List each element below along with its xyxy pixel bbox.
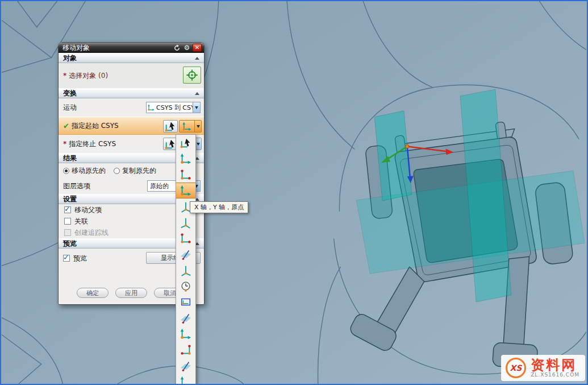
csys-option[interactable] (176, 342, 195, 358)
preview-label[interactable]: 预览 (73, 254, 87, 263)
layer-option-label: 图层选项 (63, 181, 90, 191)
section-header-object[interactable]: 对象 (59, 53, 204, 63)
csys-option[interactable] (176, 310, 195, 326)
start-csys-dialog-button[interactable] (163, 120, 178, 133)
collapse-chevron-icon (195, 92, 199, 95)
motion-label: 运动 (63, 103, 77, 113)
csys-option[interactable] (176, 326, 195, 342)
reset-button[interactable] (172, 44, 181, 52)
csys-option[interactable] (176, 246, 195, 262)
move-parent-label[interactable]: 移动父项 (74, 205, 102, 215)
associative-checkbox[interactable] (64, 218, 71, 225)
associative-label[interactable]: 关联 (74, 217, 88, 226)
csys-option[interactable] (176, 262, 195, 278)
radio-move-label[interactable]: 移动原先的 (72, 166, 106, 176)
csys-cursor-icon (164, 120, 177, 133)
close-button[interactable]: ✕ (193, 44, 202, 52)
radio-copy-original[interactable] (114, 168, 120, 174)
select-object-row: * 选择对象 (0) (59, 63, 204, 88)
csys-option-icon (180, 328, 192, 340)
specify-end-label: 指定终止 CSYS (69, 139, 116, 149)
csys-option-icon (180, 280, 192, 292)
collapse-chevron-icon (195, 57, 199, 60)
dialog-title: 移动对象 (62, 43, 171, 53)
motion-dropdown-arrow[interactable] (193, 102, 200, 113)
csys-method-flyout (176, 134, 196, 385)
preview-checkbox[interactable] (63, 255, 70, 262)
csys-method-icon (182, 121, 192, 131)
application-window: 移动对象 ⚙ ✕ 对象 * 选择对象 (0) 变换 (0, 0, 588, 385)
csys-option[interactable] (176, 167, 195, 183)
csys-option-icon (180, 296, 192, 308)
csys-cursor-icon (164, 138, 177, 150)
dialog-titlebar[interactable]: 移动对象 ⚙ ✕ (59, 43, 204, 53)
csys-option-icon (180, 216, 192, 229)
apply-button[interactable]: 应用 (115, 288, 147, 298)
select-object-label: 选择对象 (0) (69, 71, 108, 81)
motion-dropdown[interactable]: CSYS 到 CSYS (146, 102, 201, 113)
csys-option-icon (180, 343, 192, 356)
motion-value: CSYS 到 CSYS (156, 104, 193, 112)
section-result-label: 结果 (63, 154, 77, 163)
csys-option[interactable] (176, 294, 195, 310)
csys-option-icon (180, 168, 192, 181)
csys-option-x-axis-y-axis-origin[interactable] (176, 183, 195, 198)
check-icon: ✔ (63, 122, 69, 130)
required-asterisk: * (63, 72, 66, 80)
start-csys-method-split-button[interactable] (179, 120, 202, 133)
tooltip: X 轴，Y 轴，原点 (190, 201, 248, 213)
specify-start-csys-row[interactable]: ✔ 指定起始 CSYS (59, 117, 204, 135)
csys-option-icon (180, 136, 192, 149)
radio-copy-label[interactable]: 复制原先的 (122, 166, 156, 176)
watermark-name: 资料网 (531, 358, 577, 372)
watermark: XS 资料网 ZL.XS1616.COM (501, 355, 585, 381)
radio-move-original[interactable] (63, 168, 69, 174)
section-preview-label: 预览 (63, 239, 77, 249)
ok-button[interactable]: 确定 (77, 288, 109, 298)
csys-option-icon (180, 152, 192, 165)
csys-option-icon (180, 359, 192, 372)
specify-start-label: 指定起始 CSYS (72, 121, 119, 131)
watermark-code: ZL.XS1616.COM (531, 372, 579, 378)
csys-option[interactable] (176, 358, 195, 374)
dialog-settings-button[interactable]: ⚙ (182, 44, 191, 52)
csys-option-inferred[interactable] (176, 135, 195, 151)
csys-option-icon (180, 184, 192, 197)
csys-option[interactable] (176, 278, 195, 294)
reset-icon (173, 44, 181, 52)
section-settings-label: 设置 (63, 194, 77, 204)
watermark-logo-text: XS (510, 363, 523, 372)
select-object-button[interactable] (183, 67, 201, 84)
section-object-label: 对象 (63, 53, 77, 63)
trace-label: 创建追踪线 (74, 228, 109, 238)
csys-option[interactable] (176, 374, 195, 385)
motion-row: 运动 CSYS 到 CSYS (59, 98, 204, 117)
watermark-logo-icon: XS (504, 357, 527, 379)
start-method-dropdown-arrow[interactable] (194, 121, 201, 132)
csys-option-icon (180, 232, 192, 245)
csys-option-icon (180, 375, 192, 385)
csys-option[interactable] (176, 151, 195, 167)
required-asterisk: * (63, 140, 66, 148)
csys-to-csys-icon (147, 104, 156, 111)
csys-option-icon (180, 312, 192, 324)
trace-checkbox (64, 229, 71, 236)
crosshair-icon (186, 69, 198, 81)
csys-option[interactable] (176, 214, 195, 230)
move-parent-checkbox[interactable] (64, 206, 71, 213)
csys-option[interactable] (176, 230, 195, 246)
section-transform-label: 变换 (63, 89, 77, 98)
section-header-transform[interactable]: 变换 (59, 88, 204, 98)
csys-option-icon (180, 264, 192, 276)
csys-option-icon (180, 248, 192, 260)
